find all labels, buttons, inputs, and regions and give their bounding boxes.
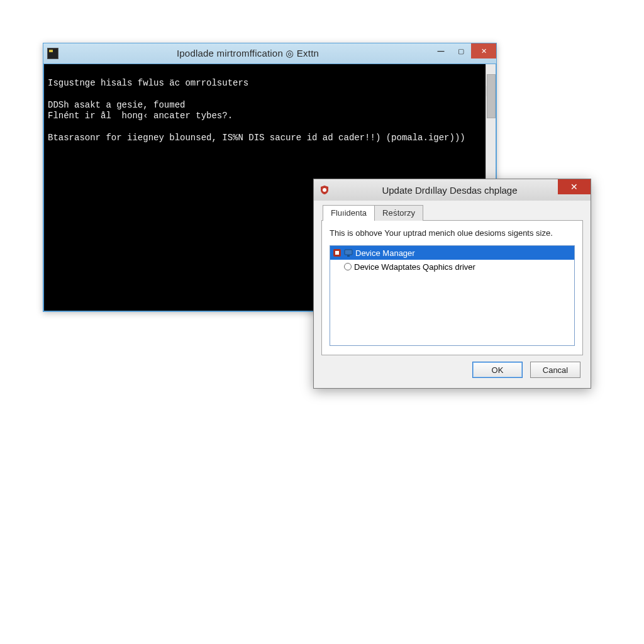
cancel-button[interactable]: Cancal: [530, 362, 580, 378]
scroll-thumb[interactable]: [487, 74, 496, 118]
dialog-button-row: OK Cancal: [321, 355, 583, 380]
svg-rect-3: [345, 250, 352, 255]
console-line: DDSh asakt a gesie, foumed: [48, 100, 185, 110]
ok-button[interactable]: OK: [472, 362, 523, 378]
spacer: [333, 262, 341, 271]
list-item-device-manager[interactable]: Device Manager: [330, 246, 574, 260]
svg-rect-2: [335, 251, 339, 255]
svg-rect-4: [347, 255, 350, 257]
tab-fluidenta[interactable]: Fluıidenta: [323, 205, 375, 221]
device-listbox[interactable]: Device Manager Device Wdaptates Qaphics …: [330, 245, 575, 346]
radio-unchecked-icon[interactable]: [344, 263, 352, 270]
console-line: Btasrasonr for iiegney blounsed, IS%N DI…: [48, 133, 465, 143]
dialog-titlebar[interactable]: Update Drdıllay Desdas chplage ✕: [314, 179, 591, 201]
monitor-icon: [344, 248, 353, 257]
cmd-icon: [47, 48, 58, 59]
stop-icon: [333, 248, 341, 257]
list-item-label: Device Wdaptates Qaphics driver: [354, 262, 475, 272]
tab-panel: This is obhove Your uptrad menich olue d…: [321, 220, 583, 355]
maximize-button[interactable]: ▢: [451, 43, 471, 58]
shield-icon: [319, 184, 330, 196]
svg-point-0: [323, 188, 326, 192]
dialog-title: Update Drdıllay Desdas chplage: [334, 185, 591, 196]
console-line: Isgustnge hisals fwlus äc omrrolsuters: [48, 78, 248, 88]
tab-restorzy[interactable]: Reṡtorzy: [374, 205, 423, 221]
close-button[interactable]: ✕: [471, 43, 496, 58]
update-dialog: Update Drdıllay Desdas chplage ✕ Fluıide…: [313, 179, 591, 389]
dialog-body: Fluıidenta Reṡtorzy This is obhove Your …: [314, 201, 591, 388]
window-controls: — ▢ ✕: [431, 43, 496, 58]
list-item-graphics-driver[interactable]: Device Wdaptates Qaphics driver: [330, 260, 574, 274]
minimize-button[interactable]: —: [431, 43, 451, 58]
tabstrip: Fluıidenta Reṡtorzy: [321, 204, 583, 220]
console-line: Flnént ir ål hong‹ ancater tybes?.: [48, 111, 233, 121]
dialog-description: This is obhove Your uptrad menich olue d…: [330, 228, 575, 238]
console-titlebar[interactable]: Ipodlade mirtromffication ◎ Exttn — ▢ ✕: [43, 43, 496, 64]
dialog-close-button[interactable]: ✕: [558, 179, 591, 194]
list-item-label: Device Manager: [355, 248, 415, 258]
